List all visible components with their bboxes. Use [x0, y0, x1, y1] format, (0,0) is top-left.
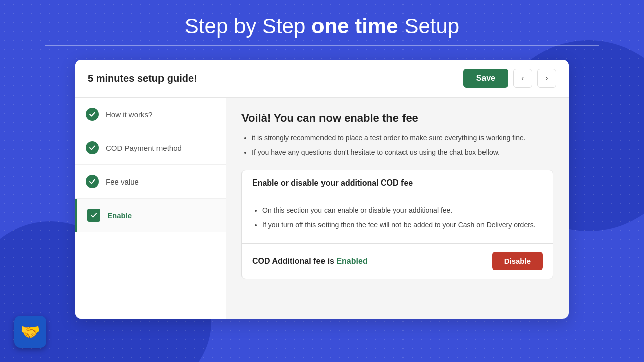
- fee-status-text: COD Additional fee is Enabled: [252, 257, 368, 266]
- main-content: Voilà! You can now enable the fee it is …: [226, 98, 569, 319]
- header-divider: [45, 45, 599, 46]
- sidebar-item-cod-payment[interactable]: COD Payment method: [75, 131, 226, 165]
- section-box-body: On this section you can enable or disabl…: [242, 196, 553, 243]
- check-icon-fee-value: [86, 175, 99, 188]
- save-button[interactable]: Save: [463, 69, 508, 88]
- section-bullet-2: If you turn off this setting then the fe…: [262, 220, 543, 230]
- card-title: 5 minutes setup guide!: [88, 73, 197, 84]
- app-icon: 🤝: [14, 316, 46, 348]
- card-header: 5 minutes setup guide! Save ‹ ›: [75, 60, 569, 98]
- app-icon-emoji: 🤝: [20, 324, 40, 340]
- card-body: How it works? COD Payment method Fee val…: [75, 98, 569, 319]
- content-title: Voilà! You can now enable the fee: [242, 112, 553, 125]
- section-bullet-1: On this section you can enable or disabl…: [262, 205, 543, 216]
- check-icon-how-it-works: [86, 108, 99, 121]
- enable-disable-section: Enable or disable your additional COD fe…: [242, 170, 553, 279]
- intro-bullet-1: it is strongly recommended to place a te…: [252, 133, 553, 143]
- sidebar-item-enable[interactable]: Enable: [75, 199, 226, 232]
- sidebar: How it works? COD Payment method Fee val…: [75, 98, 226, 319]
- intro-bullet-list: it is strongly recommended to place a te…: [242, 133, 553, 158]
- main-card: 5 minutes setup guide! Save ‹ › How it w…: [75, 60, 569, 319]
- section-box-header: Enable or disable your additional COD fe…: [242, 170, 553, 196]
- prev-button[interactable]: ‹: [513, 69, 532, 88]
- disable-button[interactable]: Disable: [492, 252, 543, 270]
- section-bullet-list: On this section you can enable or disabl…: [252, 205, 543, 230]
- sidebar-label-cod-payment: COD Payment method: [106, 144, 182, 152]
- check-icon-cod-payment: [86, 141, 99, 154]
- fee-status-value: Enabled: [336, 257, 367, 265]
- page-title: Step by Step one time Setup: [0, 14, 644, 38]
- sidebar-label-enable: Enable: [107, 211, 132, 220]
- card-header-actions: Save ‹ ›: [463, 69, 556, 88]
- page-header: Step by Step one time Setup: [0, 0, 644, 55]
- check-icon-enable: [87, 209, 100, 222]
- fee-status-row: COD Additional fee is Enabled Disable: [242, 244, 553, 279]
- sidebar-item-how-it-works[interactable]: How it works?: [75, 98, 226, 131]
- sidebar-label-fee-value: Fee value: [106, 177, 139, 186]
- intro-bullet-2: If you have any questions don't hesitate…: [252, 147, 553, 158]
- sidebar-label-how-it-works: How it works?: [106, 110, 152, 119]
- next-button[interactable]: ›: [537, 69, 556, 88]
- sidebar-item-fee-value[interactable]: Fee value: [75, 165, 226, 199]
